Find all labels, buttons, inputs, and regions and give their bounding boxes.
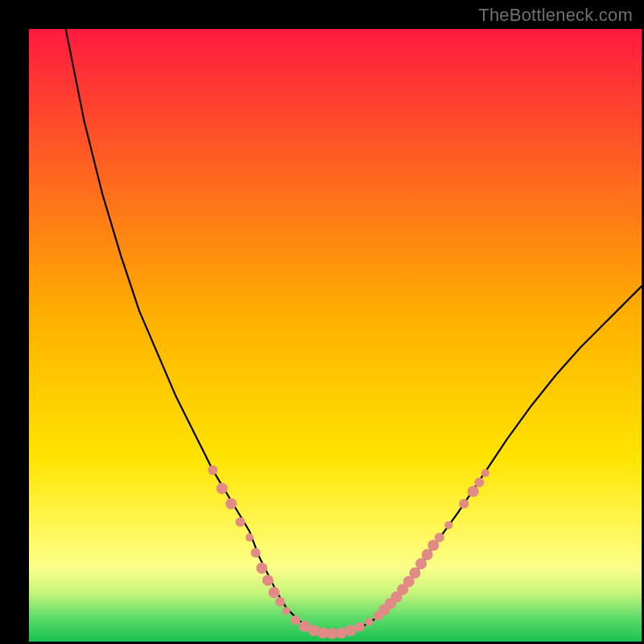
curve-marker [481,469,489,477]
curve-marker [283,607,291,615]
watermark-text: TheBottleneck.com [478,5,633,26]
curve-marker [225,498,237,510]
curve-marker [355,622,365,632]
gradient-background [29,29,642,642]
curve-marker [409,568,420,579]
curve-marker [262,575,274,586]
curve-marker [246,534,254,542]
curve-marker [468,486,479,497]
curve-marker [217,483,228,494]
curve-marker [236,518,246,527]
curve-marker [256,563,267,574]
curve-marker [365,618,373,626]
curve-marker [268,587,279,598]
curve-marker [275,597,285,607]
curve-marker [444,521,452,529]
curve-marker [345,625,357,636]
curve-marker [422,549,433,560]
chart-frame: TheBottleneck.com [0,0,644,644]
curve-marker [474,477,484,487]
chart-svg [29,29,642,642]
curve-marker [291,615,300,625]
curve-marker [415,558,427,569]
curve-marker [459,499,469,509]
curve-marker [208,465,217,475]
plot-area [29,29,642,642]
curve-marker [251,548,261,558]
curve-marker [435,533,444,543]
